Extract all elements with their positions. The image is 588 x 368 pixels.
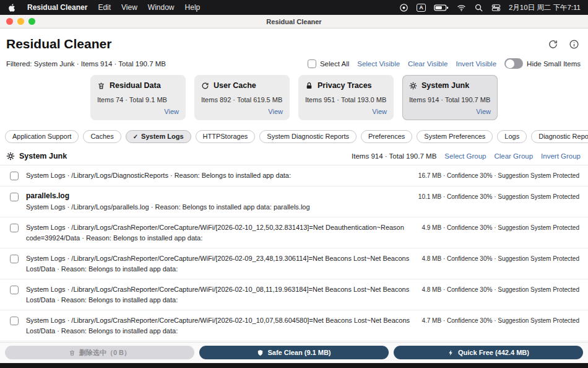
item-meta: 16.7 MB · Confidence 30% · Suggestion Sy…	[418, 170, 579, 181]
quick-free-button[interactable]: Quick Free (442.4 MB)	[394, 346, 583, 359]
category-cards: Residual Data Items 74 · Total 9.1 MB Vi…	[0, 72, 588, 126]
view-system-junk-link[interactable]: View	[476, 108, 491, 115]
delete-selected-label: 删除选中（0 B）	[79, 348, 131, 357]
filtered-summary: Filtered: System Junk · Items 914 · Tota…	[6, 60, 166, 68]
search-icon[interactable]	[474, 3, 483, 12]
menu-edit[interactable]: Edit	[98, 3, 111, 12]
delete-selected-button[interactable]: 删除选中（0 B）	[5, 346, 194, 359]
view-residual-data-link[interactable]: View	[164, 108, 179, 115]
row-checkbox[interactable]	[10, 317, 19, 325]
chip-system-diagnostic-reports[interactable]: System Diagnostic Reports	[259, 130, 357, 143]
list-item[interactable]: System Logs · /Library/Logs/CrashReporte…	[0, 310, 588, 341]
menu-bar: Residual Cleaner Edit View Window Help A	[0, 0, 588, 15]
screen: Residual Cleaner Edit View Window Help A	[0, 0, 588, 368]
input-source-icon[interactable]: A	[417, 4, 426, 12]
wifi-icon[interactable]	[457, 3, 466, 12]
item-description: System Logs · /Library/Logs/parallels.lo…	[26, 202, 410, 212]
status-circle-icon[interactable]	[399, 3, 409, 12]
window-titlebar: Residual Cleaner	[0, 15, 588, 28]
item-meta: 4.8 MB · Confidence 30% · Suggestion Sys…	[422, 284, 579, 305]
item-list: System Logs · /Library/Logs/DiagnosticRe…	[0, 165, 588, 342]
window-title: Residual Cleaner	[0, 18, 588, 25]
chip-logs[interactable]: Logs	[497, 130, 527, 143]
chip-diagnostic-reports[interactable]: Diagnostic Reports	[531, 130, 588, 143]
gear-icon	[6, 152, 15, 160]
invert-visible-link[interactable]: Invert Visible	[456, 60, 496, 68]
select-visible-link[interactable]: Select Visible	[357, 60, 400, 68]
card-title: System Junk	[422, 81, 469, 90]
clear-group-link[interactable]: Clear Group	[494, 152, 533, 160]
item-meta: 4.7 MB · Confidence 30% · Suggestion Sys…	[422, 315, 579, 336]
chip-preferences[interactable]: Preferences	[361, 130, 412, 143]
close-window-button[interactable]	[6, 18, 13, 25]
view-user-cache-link[interactable]: View	[268, 108, 283, 115]
list-item[interactable]: System Logs · /Library/Logs/CrashReporte…	[0, 279, 588, 310]
card-user-cache[interactable]: User Cache Items 892 · Total 619.5 MB Vi…	[194, 75, 290, 120]
invert-group-link[interactable]: Invert Group	[541, 152, 581, 160]
view-privacy-traces-link[interactable]: View	[372, 108, 387, 115]
chip-caches[interactable]: Caches	[83, 130, 121, 143]
list-item[interactable]: System Logs · /Library/Logs/CrashReporte…	[0, 248, 588, 279]
item-title: parallels.log	[26, 191, 410, 200]
list-item[interactable]: System Logs · /Library/Logs/CrashReporte…	[0, 217, 588, 248]
card-title: Privacy Traces	[318, 81, 372, 90]
item-description: System Logs · /Library/Logs/DiagnosticRe…	[26, 170, 410, 181]
group-stats: Items 914 · Total 190.7 MB	[352, 152, 436, 160]
row-checkbox[interactable]	[10, 172, 19, 180]
safe-clean-label: Safe Clean (9.1 MB)	[267, 349, 331, 356]
item-description: System Logs · /Library/Logs/CrashReporte…	[26, 222, 413, 243]
refresh-button[interactable]	[548, 39, 558, 50]
clear-visible-link[interactable]: Clear Visible	[408, 60, 447, 68]
item-description: System Logs · /Library/Logs/CrashReporte…	[26, 253, 413, 274]
menubar-app-name[interactable]: Residual Cleaner	[27, 3, 87, 12]
chip-application-support[interactable]: Application Support	[5, 130, 79, 143]
item-meta: 4.8 MB · Confidence 30% · Suggestion Sys…	[422, 253, 579, 274]
hide-small-items-toggle[interactable]	[504, 58, 523, 69]
row-checkbox[interactable]	[10, 286, 19, 294]
menubar-clock[interactable]: 2月10日 周二 下午7:11	[509, 3, 581, 12]
item-meta: 10.1 MB · Confidence 30% · Suggestion Sy…	[418, 191, 579, 212]
select-all-label: Select All	[320, 60, 349, 68]
control-center-icon[interactable]	[491, 3, 501, 12]
minimize-window-button[interactable]	[17, 18, 24, 25]
apple-logo-icon[interactable]	[7, 3, 17, 12]
select-all-checkbox[interactable]	[308, 59, 316, 68]
menu-window[interactable]: Window	[148, 3, 175, 12]
chip-system-preferences[interactable]: System Preferences	[417, 130, 493, 143]
card-privacy-traces[interactable]: Privacy Traces Items 951 · Total 193.0 M…	[298, 75, 394, 120]
menu-view[interactable]: View	[121, 3, 137, 12]
item-description: System Logs · /Library/Logs/CrashReporte…	[26, 284, 413, 305]
list-item[interactable]: parallels.log System Logs · /Library/Log…	[0, 186, 588, 218]
info-button[interactable]	[569, 39, 579, 50]
lightning-icon	[447, 349, 454, 356]
zoom-window-button[interactable]	[28, 18, 35, 25]
chip-httpstorages[interactable]: HTTPStorages	[196, 130, 256, 143]
card-stats: Items 892 · Total 619.5 MB	[201, 96, 283, 103]
desktop-edge	[0, 363, 588, 368]
card-title: Residual Data	[110, 81, 161, 90]
group-title: System Junk	[19, 152, 67, 160]
card-title: User Cache	[214, 81, 256, 90]
main-content: Residual Cleaner Filtered: System Junk ·…	[0, 28, 588, 342]
select-group-link[interactable]: Select Group	[444, 152, 486, 160]
row-checkbox[interactable]	[10, 255, 19, 263]
card-system-junk[interactable]: System Junk Items 914 · Total 190.7 MB V…	[402, 75, 498, 120]
item-meta: 4.9 MB · Confidence 30% · Suggestion Sys…	[422, 222, 579, 243]
filter-chips: Application Support Caches ✓System Logs …	[0, 126, 588, 147]
menu-help[interactable]: Help	[185, 3, 201, 12]
refresh-icon	[201, 82, 209, 90]
card-residual-data[interactable]: Residual Data Items 74 · Total 9.1 MB Vi…	[90, 75, 186, 120]
battery-icon[interactable]	[434, 3, 449, 12]
row-checkbox[interactable]	[10, 193, 19, 201]
card-stats: Items 914 · Total 190.7 MB	[409, 96, 491, 103]
trash-icon	[97, 82, 105, 90]
safe-clean-button[interactable]: Safe Clean (9.1 MB)	[199, 346, 389, 359]
trash-icon	[69, 349, 76, 356]
row-checkbox[interactable]	[10, 224, 19, 232]
gear-icon	[409, 82, 417, 90]
chip-system-logs[interactable]: ✓System Logs	[126, 130, 191, 143]
check-icon: ✓	[133, 133, 138, 140]
lock-icon	[305, 82, 313, 90]
card-stats: Items 74 · Total 9.1 MB	[97, 96, 179, 103]
list-item[interactable]: System Logs · /Library/Logs/DiagnosticRe…	[0, 165, 588, 186]
